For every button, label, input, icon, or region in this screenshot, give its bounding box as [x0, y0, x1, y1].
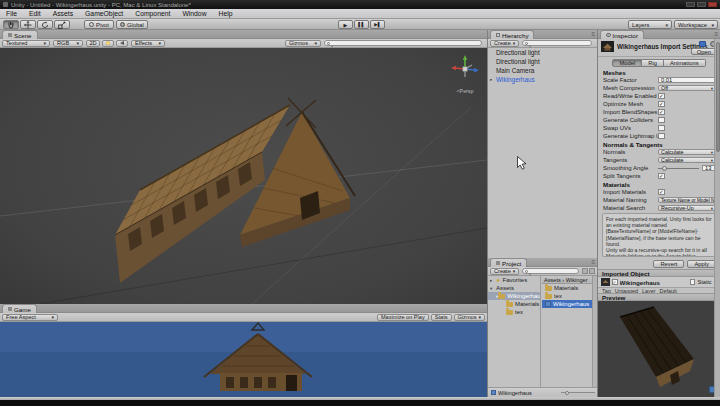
project-filter-icon[interactable]	[582, 268, 588, 274]
project-search-input[interactable]	[522, 268, 579, 274]
tree-item-materials[interactable]: Materials	[488, 300, 540, 308]
project-layout-icon[interactable]	[589, 268, 595, 274]
tangents-dropdown[interactable]: Calculate▾	[658, 157, 716, 164]
tree-item-wikingerhaus[interactable]: ▾ Wikingerhaus	[488, 292, 540, 300]
material-naming-dropdown[interactable]: Texture Name or Model Name	[658, 197, 716, 204]
hierarchy-search-input[interactable]	[522, 40, 592, 46]
pivot-toggle-button[interactable]: Pivot	[84, 20, 114, 29]
effects-dropdown[interactable]: Effects ▾	[131, 40, 165, 47]
tab-hierarchy[interactable]: Hierarchy	[490, 30, 534, 39]
scene-lighting-button[interactable]	[102, 40, 114, 47]
scene-search-input[interactable]	[324, 40, 482, 46]
aspect-dropdown[interactable]: Free Aspect ▾	[2, 314, 58, 321]
normals-dropdown[interactable]: Calculate▾	[658, 149, 716, 156]
file-item-wikingerhaus[interactable]: Wikingerhaus	[542, 300, 592, 308]
pause-button[interactable]: ▌▌	[354, 20, 369, 29]
maximize-button[interactable]	[697, 2, 706, 7]
tab-project[interactable]: Project	[490, 258, 527, 267]
tab-inspector[interactable]: i Inspector	[600, 30, 644, 39]
scale-tool-button[interactable]	[54, 20, 70, 29]
inspector-tab-icon: i	[606, 33, 611, 38]
import-materials-checkbox[interactable]: ✓	[658, 189, 665, 196]
panel-menu-icon[interactable]: ≡	[591, 259, 595, 265]
globe-icon	[120, 22, 125, 27]
rotate-tool-button[interactable]	[37, 20, 53, 29]
materials-header: Materials	[598, 180, 720, 188]
panel-menu-icon[interactable]: ≡	[714, 31, 718, 37]
scene-orientation-gizmo[interactable]: <Persp	[448, 54, 482, 94]
scale-factor-input[interactable]: 0.01	[658, 77, 716, 84]
inspector-scrollbar[interactable]	[714, 39, 720, 397]
project-breadcrumb[interactable]: Assets › Wikinger	[542, 276, 592, 284]
scene-viewport[interactable]: <Persp	[0, 48, 487, 304]
workspace-dropdown[interactable]: Workspace ▾	[674, 20, 718, 29]
menu-gameobject[interactable]: GameObject	[79, 10, 129, 17]
move-tool-button[interactable]	[20, 20, 36, 29]
tab-animations[interactable]: Animations	[664, 59, 706, 67]
view-gizmo-label[interactable]: <Persp	[448, 88, 482, 94]
slider-thumb[interactable]	[662, 166, 667, 171]
generate-lightmap-checkbox[interactable]	[658, 133, 665, 140]
scene-gizmos-dropdown[interactable]: Gizmos ▾	[285, 40, 321, 47]
smoothing-angle-slider[interactable]	[658, 165, 699, 171]
game-gizmos-dropdown[interactable]: Gizmos ▾	[454, 314, 485, 321]
tab-rig[interactable]: Rig	[642, 59, 664, 67]
hierarchy-create-button[interactable]: Create ▾	[490, 40, 519, 47]
tab-model[interactable]: Model	[612, 59, 642, 67]
layers-dropdown[interactable]: Layers ▾	[628, 20, 672, 29]
file-item-materials[interactable]: Materials	[542, 284, 592, 292]
shading-mode-dropdown[interactable]: Textured ▾	[2, 40, 50, 47]
minimize-button[interactable]	[686, 2, 695, 7]
rotate-icon	[41, 21, 49, 29]
tree-item-assets[interactable]: ▾ Assets	[488, 284, 540, 292]
object-name: Wikingerhaus	[620, 279, 661, 286]
tree-item-favorites[interactable]: ▸ ★ Favorites	[488, 276, 540, 284]
asset-zoom-slider[interactable]	[561, 390, 595, 395]
slider-thumb[interactable]	[565, 391, 569, 395]
material-search-dropdown[interactable]: Recursive-Up▾	[658, 205, 716, 212]
tree-item-tex[interactable]: tex	[488, 308, 540, 316]
import-blendshapes-checkbox[interactable]: ✓	[658, 109, 665, 116]
project-create-button[interactable]: Create ▾	[490, 268, 519, 275]
swap-uvs-checkbox[interactable]	[658, 125, 665, 132]
generate-colliders-checkbox[interactable]	[658, 117, 665, 124]
preview-viewport[interactable]	[598, 301, 720, 397]
object-active-checkbox[interactable]: ✓	[612, 279, 618, 285]
play-button[interactable]: ▶	[338, 20, 353, 29]
mesh-compression-dropdown[interactable]: Off▾	[658, 85, 716, 92]
hierarchy-item-main-camera[interactable]: Main Camera	[488, 66, 597, 75]
hand-tool-button[interactable]	[3, 20, 19, 29]
apply-button[interactable]: Apply	[687, 260, 716, 268]
field-label: Material Search	[603, 205, 658, 211]
split-tangents-checkbox[interactable]: ✓	[658, 173, 665, 180]
global-toggle-button[interactable]: Global	[116, 20, 148, 29]
maximize-on-play-button[interactable]: Maximize on Play	[377, 314, 429, 321]
hierarchy-panel: Hierarchy ≡ Create ▾ Directional light D…	[487, 30, 597, 258]
read-write-checkbox[interactable]: ✓	[658, 93, 665, 100]
optimize-mesh-checkbox[interactable]: ✓	[658, 101, 665, 108]
menu-window[interactable]: Window	[176, 10, 212, 17]
tab-scene[interactable]: Scene	[2, 30, 38, 39]
help-book-icon[interactable]	[699, 41, 706, 47]
hierarchy-item-wikingerhaus[interactable]: ▸ Wikingerhaus	[488, 75, 597, 84]
scene-audio-button[interactable]	[116, 40, 128, 47]
panel-menu-icon[interactable]: ≡	[591, 31, 595, 37]
menu-component[interactable]: Component	[129, 10, 176, 17]
menu-edit[interactable]: Edit	[23, 10, 47, 17]
game-viewport[interactable]	[0, 322, 487, 397]
hierarchy-item-directional-light-1[interactable]: Directional light	[488, 48, 597, 57]
menu-help[interactable]: Help	[213, 10, 239, 17]
file-item-tex[interactable]: tex	[542, 292, 592, 300]
stats-button[interactable]: Stats	[431, 314, 452, 321]
scrollbar-thumb[interactable]	[716, 42, 720, 152]
menu-assets[interactable]: Assets	[47, 10, 79, 17]
rgb-dropdown[interactable]: RGB ▾	[53, 40, 83, 47]
step-button[interactable]: ▶▌	[370, 20, 385, 29]
2d-toggle-button[interactable]: 2D	[86, 40, 100, 47]
static-checkbox[interactable]	[690, 279, 696, 285]
revert-button[interactable]: Revert	[653, 260, 684, 268]
hierarchy-item-directional-light-2[interactable]: Directional light	[488, 57, 597, 66]
close-button[interactable]	[708, 2, 717, 7]
menu-file[interactable]: File	[0, 10, 23, 17]
tab-game[interactable]: Game	[2, 304, 37, 313]
